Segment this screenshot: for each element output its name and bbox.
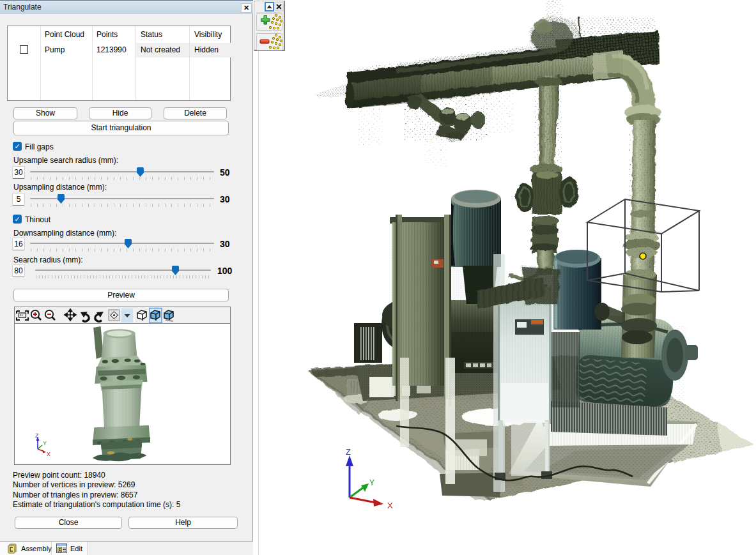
svg-text:Z: Z: [346, 447, 351, 457]
svg-text:X: X: [387, 501, 393, 510]
svg-text:Y: Y: [369, 478, 374, 487]
svg-text:X: X: [47, 451, 50, 457]
svg-text:Y: Y: [43, 440, 47, 446]
svg-text:Z: Z: [35, 432, 39, 439]
